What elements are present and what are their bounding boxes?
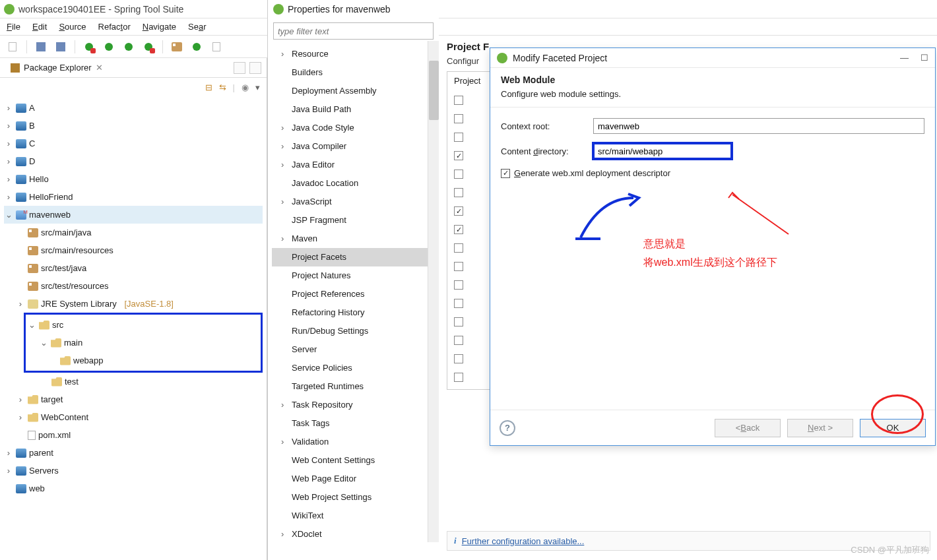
twisty-icon[interactable]: › (4, 444, 13, 462)
twisty-icon[interactable]: › (281, 137, 289, 156)
property-item[interactable]: ›Java Compiler (272, 137, 435, 156)
facet-checkbox[interactable] (454, 225, 463, 234)
property-item[interactable]: Task Tags (272, 414, 435, 433)
property-item[interactable]: Deployment Assembly (272, 82, 435, 100)
property-item[interactable]: Javadoc Location (272, 174, 435, 193)
facet-checkbox[interactable] (454, 170, 463, 179)
new-button[interactable] (5, 40, 20, 54)
save-button[interactable] (34, 40, 48, 54)
focus-task-icon[interactable]: ◉ (242, 82, 249, 92)
tree-label[interactable]: Servers (29, 462, 59, 480)
facet-checkbox[interactable] (454, 243, 463, 253)
run-button[interactable] (102, 40, 116, 54)
twisty-icon[interactable]: › (4, 462, 13, 480)
property-item[interactable]: ›JavaScript (272, 193, 435, 211)
tree-label[interactable]: mavenweb (29, 206, 71, 224)
twisty-icon[interactable]: › (16, 390, 25, 408)
facet-checkbox[interactable] (454, 373, 463, 382)
twisty-icon[interactable]: › (16, 295, 25, 313)
twisty-icon[interactable]: › (16, 408, 25, 426)
run-last-button[interactable] (121, 40, 136, 54)
scrollbar-thumb[interactable] (429, 61, 439, 120)
facet-checkbox[interactable] (454, 96, 463, 105)
twisty-icon[interactable]: › (4, 152, 13, 170)
stop-button[interactable] (141, 40, 156, 54)
next-button[interactable]: Next > (787, 419, 853, 437)
context-root-input[interactable] (593, 118, 924, 134)
dialog-title-bar[interactable]: Modify Faceted Project — ☐ (490, 48, 935, 68)
open-type-button[interactable] (209, 40, 224, 54)
collapse-all-icon[interactable]: ⊟ (205, 82, 212, 92)
minimize-icon[interactable]: — (900, 53, 909, 63)
generate-webxml-checkbox[interactable] (501, 169, 510, 178)
property-item[interactable]: ›Task Repository (272, 396, 435, 414)
twisty-icon[interactable]: › (4, 117, 13, 135)
property-item[interactable]: Refactoring History (272, 303, 435, 322)
twisty-icon[interactable]: › (281, 119, 289, 137)
tree-label[interactable]: Hello (29, 170, 49, 188)
facet-checkbox[interactable] (454, 188, 463, 197)
property-item[interactable]: ›Validation (272, 433, 435, 451)
tree-label[interactable]: src/main/java (41, 224, 92, 241)
property-item[interactable]: Project Natures (272, 266, 435, 285)
property-item[interactable]: Builders (272, 63, 435, 82)
twisty-icon[interactable]: › (4, 135, 13, 152)
further-config-link[interactable]: Further configuration available... (462, 536, 585, 546)
facet-checkbox[interactable] (454, 317, 463, 327)
menu-search[interactable]: Sear (188, 22, 206, 32)
property-item[interactable]: ›Java Editor (272, 156, 435, 174)
project-tree[interactable]: ›A ›B ›C ›D ›Hello ›HelloFriend ⌄mavenwe… (0, 96, 267, 500)
twisty-icon[interactable]: › (281, 230, 289, 248)
property-item[interactable]: Run/Debug Settings (272, 322, 435, 340)
tree-label[interactable]: src/test/resources (41, 277, 109, 295)
twisty-icon[interactable]: ⌄ (4, 206, 13, 224)
twisty-icon[interactable]: › (281, 156, 289, 174)
menu-source[interactable]: Source (59, 22, 86, 32)
facet-checkbox[interactable] (454, 280, 463, 290)
tree-label[interactable]: main (64, 334, 82, 352)
tree-label[interactable]: pom.xml (38, 426, 71, 444)
property-item[interactable]: Service Policies (272, 359, 435, 377)
tree-label[interactable]: A (29, 99, 35, 117)
property-item[interactable]: Web Project Settings (272, 488, 435, 507)
property-item[interactable]: ›Java Code Style (272, 119, 435, 137)
facet-checkbox[interactable] (454, 354, 463, 363)
package-explorer-tab[interactable]: Package Explorer ✕ (5, 61, 108, 74)
property-item[interactable]: Java Build Path (272, 100, 435, 119)
menu-edit[interactable]: Edit (32, 22, 47, 32)
property-item[interactable]: Targeted Runtimes (272, 377, 435, 396)
scrollbar[interactable] (428, 41, 439, 542)
menu-file[interactable]: File (7, 22, 20, 32)
tree-label[interactable]: src/test/java (41, 259, 86, 277)
content-directory-input[interactable] (593, 143, 732, 159)
facet-checkbox[interactable] (454, 133, 463, 142)
twisty-icon[interactable]: › (4, 99, 13, 117)
link-editor-icon[interactable]: ⇆ (219, 82, 226, 92)
minimize-view-button[interactable] (234, 62, 245, 74)
property-item[interactable]: ›XDoclet (272, 525, 435, 544)
new-class-button[interactable] (189, 40, 204, 54)
property-item[interactable]: Web Content Settings (272, 451, 435, 470)
maximize-view-button[interactable] (249, 62, 261, 74)
facet-checkbox[interactable] (454, 151, 463, 160)
facet-checkbox[interactable] (454, 299, 463, 308)
tree-label[interactable]: webapp (73, 352, 104, 369)
generate-webxml-label[interactable]: Generate web.xml deployment descriptor (514, 168, 670, 178)
help-button[interactable]: ? (500, 420, 515, 436)
property-item[interactable]: Server (272, 340, 435, 359)
new-package-button[interactable] (170, 40, 184, 54)
twisty-icon[interactable]: ⌄ (27, 316, 36, 334)
save-all-button[interactable] (53, 40, 68, 54)
tree-label[interactable]: target (41, 390, 63, 408)
tree-label[interactable]: C (29, 135, 35, 152)
tree-label[interactable]: HelloFriend (29, 188, 73, 206)
filter-input[interactable] (273, 22, 434, 40)
menu-navigate[interactable]: Navigate (143, 22, 176, 32)
close-icon[interactable]: ✕ (96, 63, 103, 73)
property-item[interactable]: WikiText (272, 507, 435, 525)
tree-label[interactable]: src (52, 316, 63, 334)
tree-label[interactable]: src/main/resources (41, 241, 113, 259)
tree-label[interactable]: web (29, 480, 45, 497)
ok-button[interactable]: OK (860, 419, 926, 437)
tree-label[interactable]: B (29, 117, 35, 135)
